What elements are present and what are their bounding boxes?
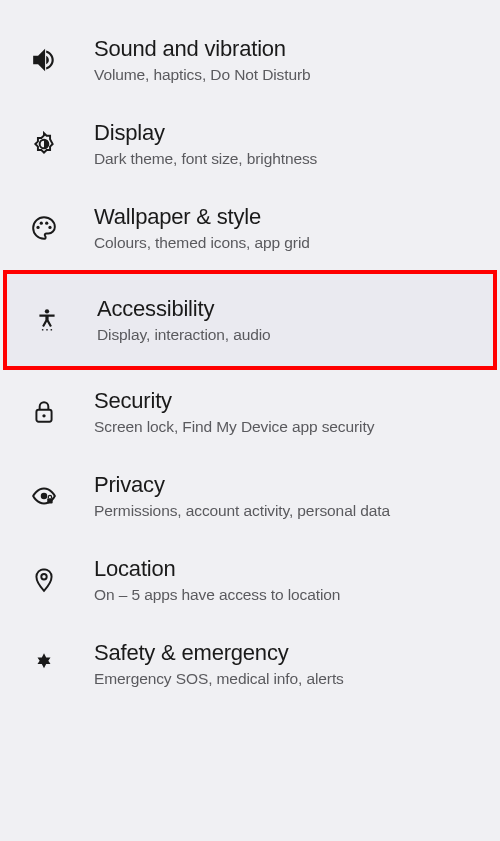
setting-subtitle: Permissions, account activity, personal …	[94, 502, 480, 520]
setting-item-safety-emergency[interactable]: Safety & emergency Emergency SOS, medica…	[0, 622, 500, 706]
setting-title: Privacy	[94, 472, 480, 498]
setting-item-wallpaper-style[interactable]: Wallpaper & style Colours, themed icons,…	[0, 186, 500, 270]
medical-icon	[30, 650, 58, 678]
setting-title: Accessibility	[97, 296, 477, 322]
privacy-icon	[30, 482, 58, 510]
setting-text-content: Privacy Permissions, account activity, p…	[94, 472, 480, 520]
brightness-icon	[30, 130, 58, 158]
lock-icon	[30, 398, 58, 426]
setting-subtitle: Volume, haptics, Do Not Disturb	[94, 66, 480, 84]
svg-rect-12	[47, 498, 52, 503]
setting-subtitle: Colours, themed icons, app grid	[94, 234, 480, 252]
setting-text-content: Accessibility Display, interaction, audi…	[97, 296, 477, 344]
setting-title: Display	[94, 120, 480, 146]
setting-text-content: Wallpaper & style Colours, themed icons,…	[94, 204, 480, 252]
svg-point-6	[42, 329, 44, 331]
setting-text-content: Sound and vibration Volume, haptics, Do …	[94, 36, 480, 84]
setting-text-content: Safety & emergency Emergency SOS, medica…	[94, 640, 480, 688]
setting-title: Location	[94, 556, 480, 582]
setting-subtitle: Dark theme, font size, brightness	[94, 150, 480, 168]
volume-icon	[30, 46, 58, 74]
setting-item-location[interactable]: Location On – 5 apps have access to loca…	[0, 538, 500, 622]
svg-point-1	[36, 226, 39, 229]
setting-text-content: Display Dark theme, font size, brightnes…	[94, 120, 480, 168]
setting-item-accessibility[interactable]: Accessibility Display, interaction, audi…	[3, 270, 497, 370]
svg-point-4	[48, 226, 51, 229]
svg-point-13	[41, 574, 46, 579]
setting-text-content: Location On – 5 apps have access to loca…	[94, 556, 480, 604]
svg-point-5	[45, 309, 49, 313]
accessibility-icon	[33, 306, 61, 334]
svg-point-2	[40, 222, 43, 225]
setting-title: Safety & emergency	[94, 640, 480, 666]
palette-icon	[30, 214, 58, 242]
svg-point-3	[45, 222, 48, 225]
setting-item-display[interactable]: Display Dark theme, font size, brightnes…	[0, 102, 500, 186]
setting-subtitle: On – 5 apps have access to location	[94, 586, 480, 604]
setting-title: Wallpaper & style	[94, 204, 480, 230]
setting-title: Security	[94, 388, 480, 414]
svg-point-8	[50, 329, 52, 331]
svg-point-7	[46, 329, 48, 331]
setting-item-privacy[interactable]: Privacy Permissions, account activity, p…	[0, 454, 500, 538]
setting-subtitle: Display, interaction, audio	[97, 326, 477, 344]
setting-subtitle: Screen lock, Find My Device app security	[94, 418, 480, 436]
setting-subtitle: Emergency SOS, medical info, alerts	[94, 670, 480, 688]
location-icon	[30, 566, 58, 594]
setting-item-security[interactable]: Security Screen lock, Find My Device app…	[0, 370, 500, 454]
svg-point-11	[41, 493, 48, 500]
settings-list: Sound and vibration Volume, haptics, Do …	[0, 0, 500, 706]
setting-text-content: Security Screen lock, Find My Device app…	[94, 388, 480, 436]
svg-point-10	[42, 414, 45, 417]
setting-title: Sound and vibration	[94, 36, 480, 62]
setting-item-sound-vibration[interactable]: Sound and vibration Volume, haptics, Do …	[0, 18, 500, 102]
